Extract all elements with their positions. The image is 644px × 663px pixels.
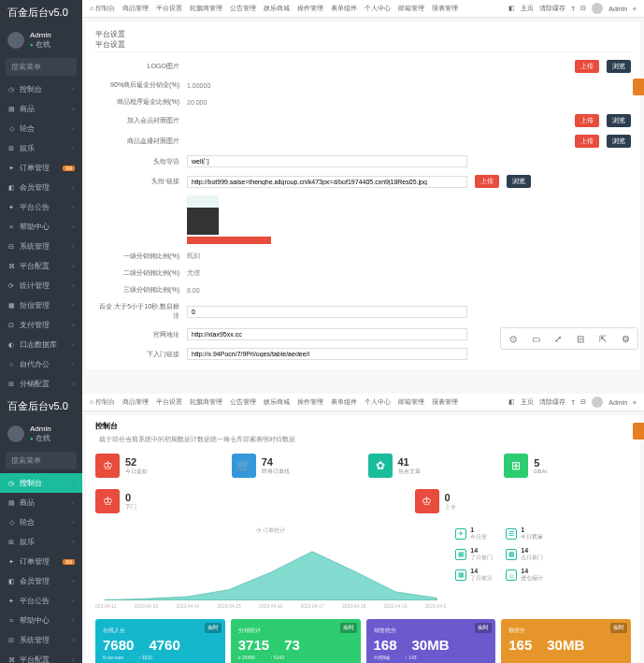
- tab-item[interactable]: 个人中心: [365, 4, 391, 13]
- tab-item[interactable]: 公告管理: [230, 4, 256, 13]
- sidebar-item-1[interactable]: ▤商品: [0, 493, 82, 512]
- tb-user[interactable]: Admin: [608, 6, 627, 12]
- sidebar-item-0[interactable]: ◷控制台: [0, 79, 82, 99]
- sidebar-item-6[interactable]: ✦平台公告: [0, 591, 82, 611]
- sidebar-item-9[interactable]: ⌘平台配置: [0, 256, 82, 276]
- tab-item[interactable]: ⌂ 控制台: [90, 397, 115, 407]
- tb-icon-2[interactable]: ◧: [508, 398, 515, 406]
- sidebar-item-7[interactable]: ≡帮助中心: [0, 217, 82, 237]
- sidebar-item-13[interactable]: ◐日志数据库: [0, 335, 82, 354]
- tb-user-2[interactable]: Admin: [608, 399, 627, 406]
- tb-clear[interactable]: 清除缓存: [539, 4, 565, 13]
- tab-item[interactable]: 个人中心: [365, 397, 391, 407]
- tb-more-icon[interactable]: «: [633, 6, 637, 12]
- sidebar-item-6[interactable]: ✦平台公告: [0, 197, 82, 217]
- sidebar-item-10[interactable]: ⟳统计管理: [0, 276, 82, 295]
- float-action-icon[interactable]: ⤢: [551, 332, 565, 345]
- nav-search[interactable]: 搜索菜单: [6, 58, 77, 76]
- preview-button-2[interactable]: 浏览: [607, 114, 631, 127]
- sidebar-item-5[interactable]: ◧会员管理: [0, 178, 82, 197]
- tb-t-icon[interactable]: T: [571, 6, 575, 12]
- svg-text:2023-04-17: 2023-04-17: [301, 604, 324, 609]
- confirm-button[interactable]: [187, 237, 271, 244]
- tab-item[interactable]: 娱乐商城: [264, 4, 290, 13]
- topbar-avatar-2[interactable]: [592, 396, 603, 408]
- tab-item[interactable]: 商品管理: [122, 4, 149, 13]
- sidebar-item-4[interactable]: ✦订单管理99: [0, 158, 82, 178]
- tab-item[interactable]: 邮箱管理: [398, 4, 424, 13]
- preview-button-4[interactable]: 浏览: [507, 175, 531, 188]
- tb-flag-icon[interactable]: ⊟: [580, 5, 586, 12]
- preview-button[interactable]: 浏览: [607, 60, 631, 73]
- side-text: 进仓编计: [521, 574, 543, 583]
- sidebar-item-2[interactable]: ◇轮合: [0, 512, 82, 532]
- sidebar-item-11[interactable]: ▦短信管理: [0, 295, 82, 315]
- tab-item[interactable]: 平台设置: [156, 4, 182, 13]
- sidebar-item-14[interactable]: ○自代办公: [0, 354, 82, 374]
- sidebar-item-3[interactable]: ⊞娱乐: [0, 532, 82, 552]
- sidebar-item-15[interactable]: ⊞分销配置: [0, 374, 82, 394]
- input-r6[interactable]: [187, 155, 467, 167]
- sidebar-item-8[interactable]: ⊟系统管理: [0, 630, 82, 650]
- card-s1: ≡ 25480: [238, 655, 255, 660]
- sidebar-item-2[interactable]: ◇轮合: [0, 119, 82, 138]
- sidebar-item-9[interactable]: ⌘平台配置: [0, 650, 82, 663]
- upload-button-4[interactable]: 上传: [475, 175, 499, 188]
- tb-icon[interactable]: ◧: [508, 5, 515, 12]
- tab-item[interactable]: ⌂ 控制台: [90, 4, 115, 13]
- tb-clear-2[interactable]: 清除缓存: [539, 397, 565, 407]
- tab-item[interactable]: 娱乐商城: [264, 397, 290, 407]
- input-r11[interactable]: [187, 306, 467, 318]
- sidebar-item-8[interactable]: ⊟系统管理: [0, 237, 82, 256]
- tb-home[interactable]: 主页: [521, 4, 534, 13]
- tab-item[interactable]: 表单组件: [331, 4, 357, 13]
- chevron-icon: [72, 281, 75, 290]
- tab-item[interactable]: 表单组件: [331, 397, 357, 407]
- edge-tab-icon-2[interactable]: [633, 423, 644, 440]
- tb-flag-icon-2[interactable]: ⊟: [580, 398, 586, 406]
- tb-home-2[interactable]: 主页: [521, 397, 534, 407]
- sidebar-item-12[interactable]: ⊡支付管理: [0, 315, 82, 335]
- tb-more-icon-2[interactable]: «: [633, 399, 637, 406]
- tab-item[interactable]: 报表管理: [432, 397, 458, 407]
- tab-item[interactable]: 轮旗商管理: [190, 397, 222, 407]
- sidebar-item-5[interactable]: ◧会员管理: [0, 571, 82, 591]
- tb-t-icon-2[interactable]: T: [571, 399, 575, 406]
- nav-icon: ✦: [7, 558, 15, 566]
- chevron-icon: [72, 636, 75, 644]
- input-r13[interactable]: [187, 348, 467, 360]
- float-action-icon[interactable]: ⇱: [596, 332, 609, 345]
- tab-item[interactable]: 轮旗商管理: [190, 4, 222, 13]
- tab-item[interactable]: 平台设置: [156, 397, 182, 407]
- chevron-icon: [72, 203, 75, 211]
- input-r12[interactable]: [187, 328, 467, 340]
- float-action-icon[interactable]: ▭: [529, 332, 542, 345]
- float-action-icon[interactable]: ⚙: [619, 332, 632, 345]
- sidebar-item-7[interactable]: ≡帮助中心: [0, 611, 82, 630]
- input-r7[interactable]: [187, 176, 467, 188]
- sidebar-item-1[interactable]: ▤商品: [0, 99, 82, 119]
- tab-item[interactable]: 公告管理: [230, 397, 256, 407]
- nav-search-2[interactable]: 搜索菜单: [6, 452, 77, 469]
- upload-button[interactable]: 上传: [575, 60, 599, 73]
- float-action-icon[interactable]: ⊙: [507, 332, 520, 345]
- tab-item[interactable]: 邮箱管理: [398, 397, 424, 407]
- sidebar-item-4[interactable]: ✦订单管理99: [0, 552, 82, 571]
- summary-card: 实时 在线人台 7680 4760 9 usr-now ↑ 3310: [95, 619, 225, 663]
- topbar-avatar[interactable]: [592, 3, 603, 14]
- value-r2: 1.00000: [187, 82, 631, 89]
- nav-icon: ≡: [7, 223, 15, 231]
- float-action-icon[interactable]: ⊟: [574, 332, 587, 345]
- upload-button-3[interactable]: 上传: [575, 135, 599, 148]
- edge-tab-icon[interactable]: [633, 79, 644, 95]
- card-v2: 73: [284, 637, 300, 653]
- sidebar-item-0[interactable]: ◷控制台: [0, 473, 82, 493]
- tab-item[interactable]: 操作管理: [297, 4, 323, 13]
- upload-button-2[interactable]: 上传: [575, 114, 599, 127]
- tab-item[interactable]: 操作管理: [297, 397, 323, 407]
- side-icon: ✈: [455, 528, 466, 540]
- preview-button-3[interactable]: 浏览: [607, 135, 631, 148]
- tab-item[interactable]: 商品管理: [122, 397, 149, 407]
- sidebar-item-3[interactable]: ⊞娱乐: [0, 138, 82, 158]
- tab-item[interactable]: 报表管理: [432, 4, 458, 13]
